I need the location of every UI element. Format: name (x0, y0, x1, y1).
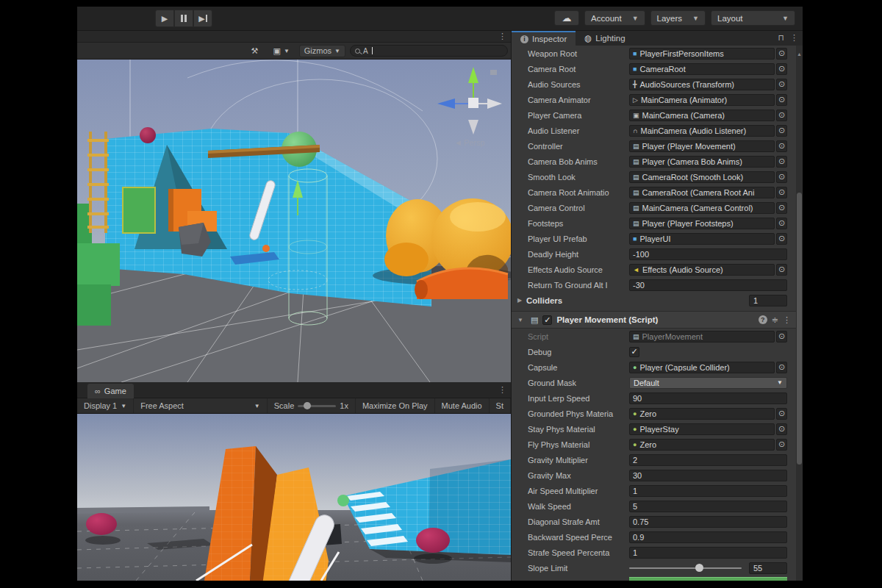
object-picker-icon[interactable]: ⊙ (776, 156, 787, 168)
layers-dropdown[interactable]: Layers▼ (650, 10, 706, 26)
mute-audio-button[interactable]: Mute Audio (435, 398, 490, 414)
object-picker-icon[interactable]: ⊙ (776, 233, 787, 245)
player-movement-component-header[interactable]: ▼ ▤ ✓ Player Movement (Script) ? ≑ ⋮ (512, 311, 797, 329)
scene-object-red-sphere[interactable] (140, 127, 156, 143)
colliders-size-field[interactable]: 1 (749, 295, 787, 306)
aspect-dropdown[interactable]: Free Aspect▼ (134, 398, 268, 414)
colliders-foldout[interactable]: ▶ Colliders 1 (512, 293, 797, 308)
checkbox[interactable]: ✓ (629, 347, 639, 357)
object-picker-icon[interactable]: ⊙ (776, 140, 787, 152)
inspector-scrollbar[interactable]: ▲ (796, 46, 803, 581)
object-picker-icon[interactable]: ⊙ (776, 202, 787, 214)
object-field[interactable]: ▤Player (Camera Bob Anims) (629, 156, 775, 168)
number-field[interactable]: 30 (629, 470, 787, 481)
number-field[interactable]: 5 (629, 501, 787, 512)
game-panel-menu-icon[interactable]: ⋮ (498, 385, 506, 395)
display-dropdown[interactable]: Display 1▼ (77, 398, 134, 414)
game-viewport[interactable] (77, 414, 511, 581)
object-field[interactable]: ▤PlayerMovement (629, 331, 775, 343)
number-field[interactable]: 90 (629, 392, 787, 404)
object-picker-icon[interactable]: ⊙ (776, 331, 787, 343)
dock-icon[interactable]: ⊓ (778, 33, 784, 43)
object-field[interactable]: ●PlayerStay (629, 423, 775, 435)
number-field[interactable]: 0.75 (629, 516, 787, 528)
object-field[interactable]: ▤Player (Player Movement) (629, 140, 775, 152)
object-picker-icon[interactable]: ⊙ (776, 79, 787, 90)
slider-knob[interactable] (695, 564, 703, 572)
object-field[interactable]: ▣MainCamera (Camera) (629, 110, 775, 121)
object-picker-icon[interactable]: ⊙ (776, 264, 787, 276)
lock-icon[interactable] (490, 70, 497, 75)
scene-object-yellow-domes[interactable] (384, 198, 511, 279)
slider-value-field[interactable]: 55 (749, 562, 787, 574)
object-picker-icon[interactable]: ⊙ (776, 362, 787, 373)
object-field[interactable]: ●Player (Capsule Collider) (629, 362, 775, 373)
number-field[interactable]: 0.9 (629, 531, 787, 543)
tab-game[interactable]: ∞ Game (87, 384, 134, 398)
object-field[interactable]: ■CameraRoot (629, 63, 775, 75)
gizmos-dropdown[interactable]: Gizmos▼ (299, 45, 345, 57)
object-field-value: PlayerFirstPersonItems (639, 49, 723, 58)
help-icon[interactable]: ? (759, 315, 767, 324)
object-field[interactable]: ●Zero (629, 439, 775, 451)
foldout-arrow-icon[interactable]: ▼ (517, 317, 526, 323)
scene-object-green-box[interactable] (123, 187, 155, 233)
property-value: ▤CameraRoot (Smooth Look)⊙ (629, 171, 787, 183)
component-menu-icon[interactable]: ⋮ (783, 315, 791, 325)
object-picker-icon[interactable]: ⊙ (776, 439, 787, 451)
tab-inspector[interactable]: i Inspector (512, 31, 576, 46)
object-picker-icon[interactable]: ⊙ (776, 171, 787, 183)
scrollbar-thumb[interactable] (797, 193, 802, 465)
presets-icon[interactable]: ≑ (772, 315, 778, 325)
object-field[interactable]: ▤MainCamera (Camera Control) (629, 202, 775, 214)
object-picker-icon[interactable]: ⊙ (776, 48, 787, 60)
object-picker-icon[interactable]: ⊙ (776, 63, 787, 75)
number-field[interactable]: 1 (629, 547, 787, 559)
object-field[interactable]: ▤CameraRoot (Camera Root Ani (629, 187, 775, 198)
pause-button[interactable] (174, 10, 193, 27)
object-picker-icon[interactable]: ⊙ (776, 187, 787, 198)
tab-lighting[interactable]: ◍ Lighting (576, 31, 634, 46)
scene-search-input[interactable]: A (350, 45, 508, 57)
object-picker-icon[interactable]: ⊙ (776, 110, 787, 121)
scene-camera-dropdown[interactable]: ▣▼ (268, 45, 294, 57)
object-field[interactable]: ▷MainCamera (Animator) (629, 94, 775, 106)
object-field[interactable]: ▤CameraRoot (Smooth Look) (629, 171, 775, 183)
step-button[interactable]: ▶ (193, 10, 212, 27)
object-picker-icon[interactable]: ⊙ (776, 218, 787, 229)
component-enabled-checkbox[interactable]: ✓ (542, 315, 552, 325)
scene-panel-menu-icon[interactable]: ⋮ (498, 32, 506, 41)
object-field[interactable]: ●Zero (629, 408, 775, 420)
layout-dropdown[interactable]: Layout▼ (711, 10, 795, 26)
object-field[interactable]: ▤Player (Player Footsteps) (629, 218, 775, 229)
object-field[interactable]: ∩MainCamera (Audio Listener) (629, 125, 775, 137)
cloud-button[interactable]: ☁ (554, 10, 579, 26)
persp-label[interactable]: ◄Persp (454, 138, 485, 147)
axis-center-cube[interactable] (468, 98, 478, 108)
slider-track[interactable] (629, 567, 742, 569)
scene-viewport[interactable]: ◄Persp (77, 60, 511, 382)
scale-control[interactable]: Scale 1x (268, 398, 356, 414)
object-field[interactable]: ■PlayerUI (629, 233, 775, 245)
number-field[interactable]: -100 (629, 248, 787, 260)
scene-object-orange-sphere[interactable] (262, 245, 270, 252)
object-field[interactable]: ╋AudioSources (Transform) (629, 79, 775, 90)
stats-button[interactable]: St (490, 398, 511, 414)
object-picker-icon[interactable]: ⊙ (776, 125, 787, 137)
object-field[interactable]: ■PlayerFirstPersonItems (629, 48, 775, 60)
object-field[interactable]: ◄Effects (Audio Source) (629, 264, 775, 276)
play-button[interactable]: ▶ (155, 10, 174, 27)
object-picker-icon[interactable]: ⊙ (776, 94, 787, 106)
property-value: ■CameraRoot⊙ (629, 63, 787, 75)
scale-slider[interactable] (298, 405, 336, 407)
object-picker-icon[interactable]: ⊙ (776, 408, 787, 420)
number-field[interactable]: 2 (629, 454, 787, 466)
number-field[interactable]: 1 (629, 485, 787, 497)
account-dropdown[interactable]: Account▼ (584, 10, 645, 26)
number-field[interactable]: -30 (629, 279, 787, 291)
mask-dropdown[interactable]: Default▼ (629, 377, 787, 389)
object-picker-icon[interactable]: ⊙ (776, 423, 787, 435)
tools-icon[interactable]: ⚒ (246, 45, 264, 57)
inspector-menu-icon[interactable]: ⋮ (790, 33, 798, 43)
maximize-on-play-button[interactable]: Maximize On Play (356, 398, 435, 414)
